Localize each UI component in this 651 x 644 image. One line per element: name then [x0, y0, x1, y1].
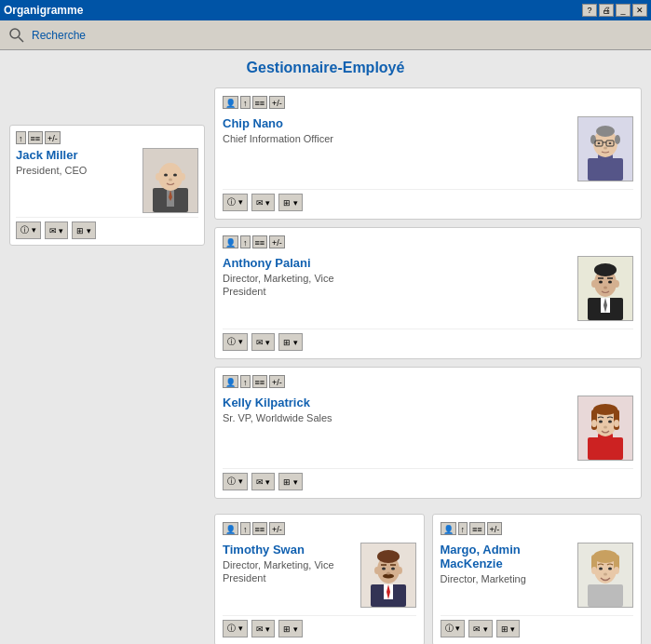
kelly-up-btn[interactable]: ↑ — [240, 375, 251, 388]
jack-miller-card: ↑ ≡≡ +/- Jack Miller President, CEO — [9, 125, 205, 246]
timothy-info-btn[interactable]: ⓘ ▾ — [223, 620, 248, 637]
jack-up-btn[interactable]: ↑ — [16, 131, 26, 144]
svg-point-56 — [374, 567, 380, 574]
employee-card-kelly: 👤 ↑ ≡≡ +/- Kelly Kilpatrick Sr. VP, Worl… — [214, 367, 642, 499]
timothy-name: Timothy Swan — [223, 543, 353, 557]
margo-person-btn[interactable]: 👤 — [441, 522, 456, 535]
anthony-actions: ⓘ ▾ ✉ ▾ ⊞ ▾ — [223, 329, 633, 351]
timothy-org-btn[interactable]: ≡≡ — [252, 522, 268, 535]
right-panel: 👤 ↑ ≡≡ +/- Chip Nano Chief Information O… — [214, 87, 642, 644]
margo-msg-btn[interactable]: ✉ ▾ — [468, 620, 493, 637]
svg-point-33 — [599, 281, 603, 284]
title-bar: Organigramme ? 🖨 _ ✕ — [0, 0, 651, 20]
kelly-avatar — [578, 396, 632, 460]
timothy-msg-btn[interactable]: ✉ ▾ — [251, 620, 276, 637]
svg-point-11 — [169, 179, 172, 181]
chip-person-btn[interactable]: 👤 — [223, 96, 238, 109]
svg-point-47 — [599, 421, 603, 423]
jack-card-toolbar: ↑ ≡≡ +/- — [16, 131, 198, 144]
jack-msg-btn[interactable]: ✉ ▾ — [45, 221, 69, 239]
anthony-msg-btn[interactable]: ✉ ▾ — [251, 333, 276, 351]
svg-point-74 — [604, 573, 607, 576]
svg-point-18 — [596, 126, 615, 137]
chip-info-btn[interactable]: ⓘ ▾ — [223, 194, 248, 211]
close-button[interactable]: ✕ — [632, 4, 647, 17]
search-icon — [7, 26, 26, 45]
employee-card-anthony: 👤 ↑ ≡≡ +/- Anthony Palani Director, Mark… — [214, 227, 642, 359]
margo-org-nav-btn[interactable]: ⊞ ▾ — [496, 620, 521, 637]
search-icon-wrap[interactable] — [7, 26, 26, 45]
kelly-msg-btn[interactable]: ✉ ▾ — [251, 473, 276, 490]
jack-info-btn[interactable]: ⓘ ▾ — [16, 221, 41, 239]
jack-org-nav-btn[interactable]: ⊞ ▾ — [72, 221, 96, 239]
anthony-inner: Anthony Palani Director, Marketing, Vice… — [223, 256, 633, 321]
margo-photo — [577, 543, 633, 608]
search-label[interactable]: Recherche — [32, 29, 86, 42]
timothy-toolbar: 👤 ↑ ≡≡ +/- — [223, 522, 416, 535]
margo-up-btn[interactable]: ↑ — [458, 522, 468, 535]
margo-org-btn[interactable]: ≡≡ — [469, 522, 485, 535]
chip-name: Chip Nano — [223, 116, 570, 130]
chip-inner: Chip Nano Chief Information Officer — [223, 116, 633, 181]
kelly-actions: ⓘ ▾ ✉ ▾ ⊞ ▾ — [223, 468, 633, 490]
kelly-toggle-btn[interactable]: +/- — [269, 375, 285, 388]
kelly-info-btn[interactable]: ⓘ ▾ — [223, 473, 248, 490]
margo-avatar — [578, 543, 632, 607]
margo-info-btn[interactable]: ⓘ ▾ — [441, 620, 466, 637]
kelly-photo — [577, 396, 633, 461]
timothy-toggle-btn[interactable]: +/- — [269, 522, 285, 535]
svg-point-70 — [591, 567, 597, 574]
kelly-inner: Kelly Kilpatrick Sr. VP, Worldwide Sales — [223, 396, 633, 461]
chip-up-btn[interactable]: ↑ — [240, 96, 251, 109]
kelly-person-btn[interactable]: 👤 — [223, 375, 238, 388]
svg-rect-65 — [588, 584, 623, 607]
svg-point-17 — [615, 135, 620, 144]
svg-point-45 — [591, 420, 597, 427]
svg-point-63 — [387, 572, 390, 575]
layout-container: ↑ ≡≡ +/- Jack Miller President, CEO — [9, 87, 642, 644]
chip-toolbar: 👤 ↑ ≡≡ +/- — [223, 96, 633, 109]
svg-point-73 — [608, 568, 612, 570]
margo-title: Director, Marketing — [441, 572, 571, 585]
minimize-button[interactable]: _ — [616, 4, 631, 17]
print-button[interactable]: 🖨 — [599, 4, 614, 17]
margo-actions: ⓘ ▾ ✉ ▾ ⊞ ▾ — [441, 615, 634, 637]
chip-toggle-btn[interactable]: +/- — [269, 96, 285, 109]
chip-org-nav-btn[interactable]: ⊞ ▾ — [278, 194, 303, 211]
kelly-toolbar: 👤 ↑ ≡≡ +/- — [223, 375, 633, 388]
anthony-org-btn[interactable]: ≡≡ — [252, 235, 268, 248]
anthony-name: Anthony Palani — [223, 256, 570, 270]
anthony-toggle-btn[interactable]: +/- — [269, 235, 285, 248]
chip-msg-btn[interactable]: ✉ ▾ — [251, 194, 276, 211]
timothy-person-btn[interactable]: 👤 — [223, 522, 238, 535]
anthony-info-btn[interactable]: ⓘ ▾ — [223, 333, 248, 351]
chip-org-btn[interactable]: ≡≡ — [252, 96, 268, 109]
help-button[interactable]: ? — [582, 4, 597, 17]
jack-org-btn[interactable]: ≡≡ — [28, 131, 44, 144]
timothy-avatar — [361, 543, 415, 607]
anthony-person-btn[interactable]: 👤 — [223, 235, 238, 248]
anthony-org-nav-btn[interactable]: ⊞ ▾ — [278, 333, 303, 351]
margo-toggle-btn[interactable]: +/- — [487, 522, 503, 535]
anthony-up-btn[interactable]: ↑ — [240, 235, 251, 248]
chip-actions: ⓘ ▾ ✉ ▾ ⊞ ▾ — [223, 189, 633, 211]
anthony-avatar — [578, 257, 632, 320]
jack-toggle-btn[interactable]: +/- — [45, 131, 61, 144]
kelly-org-nav-btn[interactable]: ⊞ ▾ — [278, 473, 303, 490]
bottom-row: 👤 ↑ ≡≡ +/- Timothy Swan Director, Market… — [214, 514, 642, 644]
app-title: Organigramme — [4, 4, 83, 17]
svg-rect-39 — [588, 437, 623, 460]
jack-title: President, CEO — [16, 164, 135, 177]
svg-point-31 — [591, 280, 597, 288]
employee-card-margo: 👤 ↑ ≡≡ +/- Margo, Admin MacKenzie Direct… — [432, 514, 643, 644]
timothy-up-btn[interactable]: ↑ — [240, 522, 251, 535]
timothy-photo — [360, 543, 416, 608]
kelly-name: Kelly Kilpatrick — [223, 396, 570, 409]
anthony-title1: Director, Marketing, Vice — [223, 272, 570, 285]
timothy-org-nav-btn[interactable]: ⊞ ▾ — [278, 620, 303, 637]
employee-card-chip: 👤 ↑ ≡≡ +/- Chip Nano Chief Information O… — [214, 87, 642, 220]
jack-avatar — [143, 149, 197, 212]
kelly-org-btn[interactable]: ≡≡ — [252, 375, 268, 388]
svg-point-0 — [10, 29, 20, 38]
anthony-title2: President — [223, 285, 570, 298]
